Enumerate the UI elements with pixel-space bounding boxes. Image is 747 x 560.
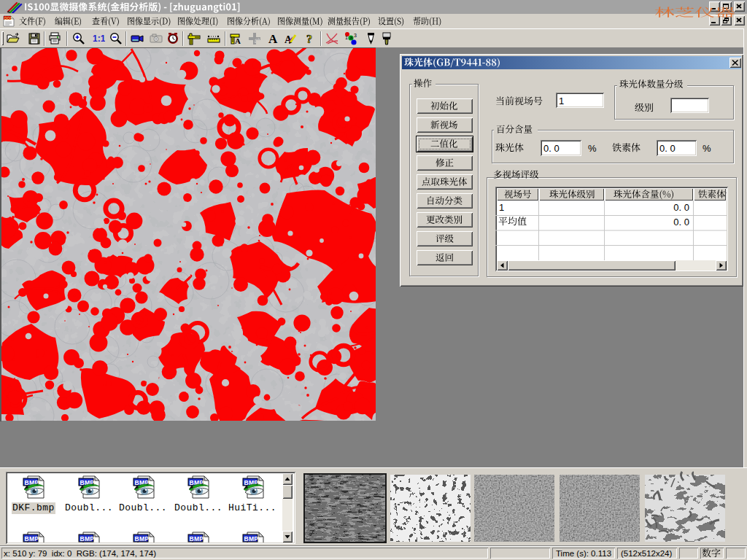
svg-text:BMP: BMP bbox=[189, 535, 204, 542]
svg-text:A: A bbox=[235, 36, 241, 45]
svg-text:1:1: 1:1 bbox=[93, 34, 105, 44]
svg-text:BMP: BMP bbox=[80, 535, 94, 542]
svg-text:BMP: BMP bbox=[134, 535, 149, 542]
svg-text:A: A bbox=[268, 32, 278, 45]
svg-text:?: ? bbox=[306, 33, 312, 45]
svg-text:3: 3 bbox=[354, 33, 357, 38]
svg-text:BMP: BMP bbox=[25, 535, 39, 542]
svg-text:DOC: DOC bbox=[4, 16, 13, 20]
svg-text:a: a bbox=[350, 35, 353, 40]
svg-text:1: 1 bbox=[345, 35, 348, 40]
svg-text:BMP: BMP bbox=[244, 535, 258, 542]
